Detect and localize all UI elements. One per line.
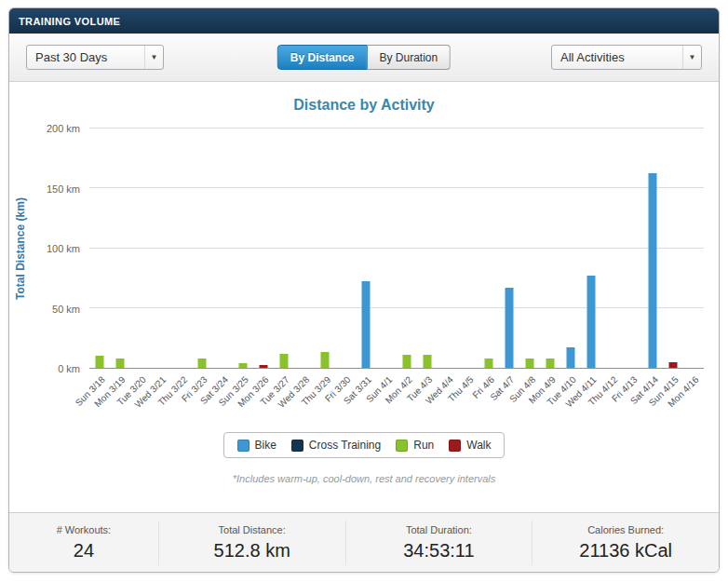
bar-run (96, 356, 104, 368)
gridline (89, 128, 704, 129)
period-select[interactable]: Past 30 Days ▼ (26, 45, 164, 70)
stat-label: Total Duration: (346, 524, 533, 535)
bar-run (198, 359, 207, 368)
x-axis-labels: Sun 3/18Mon 3/19Tue 3/20Wed 3/21Thu 3/22… (89, 370, 704, 427)
activity-select[interactable]: All Activities ▼ (551, 45, 702, 70)
bar-bike (649, 173, 657, 368)
legend-row: BikeCross TrainingRunWalk (9, 432, 719, 458)
legend-item-cross-training: Cross Training (291, 439, 381, 452)
stat-value: 24 (9, 540, 158, 562)
bar-run (546, 359, 555, 368)
legend-item-bike: Bike (237, 439, 276, 452)
view-toggle: By Distance By Duration (277, 45, 451, 70)
bar-walk (669, 362, 678, 368)
stat-total-duration: Total Duration: 34:53:11 (346, 521, 533, 565)
legend: BikeCross TrainingRunWalk (223, 432, 506, 458)
chart-title: Distance by Activity (9, 97, 719, 114)
stat-value: 34:53:11 (346, 540, 533, 562)
stat-workouts: # Workouts: 24 (9, 521, 159, 565)
stat-total-distance: Total Distance: 512.8 km (159, 521, 346, 565)
legend-item-run: Run (396, 439, 434, 452)
stat-calories-burned: Calories Burned: 21136 kCal (533, 521, 719, 565)
summary-stats: # Workouts: 24 Total Distance: 512.8 km … (9, 512, 719, 572)
stat-label: Calories Burned: (533, 524, 719, 535)
bar-run (239, 363, 248, 368)
widget-title: TRAINING VOLUME (19, 16, 120, 27)
legend-swatch (237, 440, 249, 452)
y-tick-label: 50 km (52, 304, 80, 315)
legend-swatch (291, 440, 303, 452)
legend-swatch (396, 440, 408, 452)
y-axis-labels: 0 km50 km100 km150 km200 km (41, 129, 86, 369)
bar-run (485, 359, 493, 368)
legend-label: Cross Training (309, 439, 381, 452)
chart-footnote: *Includes warm-up, cool-down, rest and r… (9, 473, 719, 484)
gridline (89, 187, 704, 188)
y-tick-label: 150 km (47, 183, 80, 195)
training-volume-widget: TRAINING VOLUME Past 30 Days ▼ By Distan… (8, 7, 720, 573)
bar-run (424, 355, 432, 368)
stat-label: Total Distance: (159, 524, 345, 535)
bar-bike (362, 281, 371, 368)
bar-run (116, 359, 125, 368)
y-tick-label: 0 km (58, 363, 80, 374)
activity-select-value: All Activities (560, 50, 625, 64)
toolbar: Past 30 Days ▼ By Distance By Duration A… (9, 34, 719, 82)
plot-area (89, 129, 704, 369)
bar-run (321, 352, 330, 368)
y-tick-label: 100 km (47, 243, 80, 254)
bar-run (526, 359, 534, 368)
stat-label: # Workouts: (9, 524, 158, 535)
widget-header: TRAINING VOLUME (9, 8, 719, 34)
y-tick-label: 200 km (47, 123, 80, 134)
bar-run (280, 354, 289, 368)
by-distance-button[interactable]: By Distance (277, 45, 368, 70)
bar-run (403, 355, 411, 368)
gridline (89, 248, 704, 249)
bar-bike (587, 276, 596, 368)
period-select-value: Past 30 Days (35, 50, 107, 64)
stat-value: 21136 kCal (533, 540, 719, 562)
legend-label: Run (413, 439, 434, 452)
stat-value: 512.8 km (159, 540, 345, 562)
y-axis-title: Total Distance (km) (11, 129, 30, 369)
bar-walk (260, 365, 268, 368)
legend-swatch (449, 440, 461, 452)
chevron-down-icon: ▼ (682, 46, 701, 69)
gridline (89, 307, 704, 308)
y-axis-title-text: Total Distance (km) (14, 197, 27, 300)
chart-area: Total Distance (km) 0 km50 km100 km150 k… (9, 115, 719, 430)
bar-bike (506, 288, 514, 368)
bar-bike (567, 347, 575, 368)
legend-label: Walk (466, 439, 491, 452)
legend-label: Bike (255, 439, 276, 452)
chevron-down-icon: ▼ (144, 46, 163, 69)
by-duration-button[interactable]: By Duration (368, 45, 452, 70)
chart-section: Distance by Activity Total Distance (km)… (9, 82, 719, 512)
legend-item-walk: Walk (449, 439, 491, 452)
